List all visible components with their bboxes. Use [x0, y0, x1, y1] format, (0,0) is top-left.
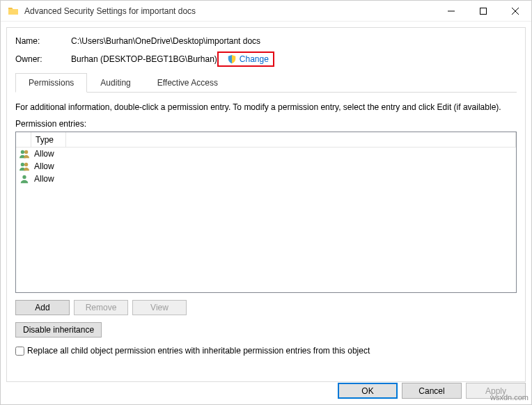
window-title: Advanced Security Settings for important… — [24, 6, 435, 16]
owner-label: Owner: — [15, 54, 71, 64]
svg-rect-0 — [480, 8, 487, 14]
row-type: Allow — [31, 161, 66, 171]
owner-row: Owner: Burhan (DESKTOP-BEGT1BG\Burhan) C… — [15, 51, 517, 67]
change-owner-link[interactable]: Change — [227, 54, 269, 64]
owner-value: Burhan (DESKTOP-BEGT1BG\Burhan) — [71, 54, 217, 64]
permission-grid[interactable]: Type AllowAllowAllow — [15, 132, 517, 293]
view-button[interactable]: View — [132, 300, 187, 315]
svg-point-1 — [21, 150, 24, 154]
replace-checkbox[interactable] — [15, 347, 24, 356]
folder-icon — [8, 6, 19, 17]
col-rest-header[interactable] — [66, 132, 516, 148]
disable-inheritance-button[interactable]: Disable inheritance — [15, 322, 102, 338]
table-row[interactable]: Allow — [16, 173, 516, 185]
add-button[interactable]: Add — [15, 300, 70, 315]
change-link-label: Change — [240, 54, 269, 64]
table-row[interactable]: Allow — [16, 148, 516, 160]
name-value: C:\Users\Burhan\OneDrive\Desktop\importa… — [71, 36, 260, 46]
replace-checkbox-label[interactable]: Replace all child object permission entr… — [27, 346, 370, 356]
permission-entries-label: Permission entries: — [15, 119, 517, 129]
permission-buttons: Add Remove View — [15, 300, 517, 315]
svg-point-2 — [24, 150, 28, 154]
remove-button[interactable]: Remove — [74, 300, 128, 315]
principal-icon — [17, 149, 31, 159]
tab-effective-access[interactable]: Effective Access — [144, 73, 231, 93]
principal-icon — [17, 174, 31, 184]
window-controls — [435, 1, 531, 22]
shield-icon — [227, 54, 237, 64]
name-label: Name: — [15, 36, 71, 46]
close-button[interactable] — [499, 1, 531, 22]
svg-point-3 — [21, 163, 24, 166]
name-row: Name: C:\Users\Burhan\OneDrive\Desktop\i… — [15, 36, 517, 46]
grid-header: Type — [16, 132, 516, 148]
minimize-button[interactable] — [435, 1, 467, 22]
row-type: Allow — [31, 174, 66, 184]
table-row[interactable]: Allow — [16, 160, 516, 173]
titlebar: Advanced Security Settings for important… — [1, 1, 531, 22]
tabs: Permissions Auditing Effective Access — [15, 72, 517, 93]
row-type: Allow — [31, 149, 66, 159]
tab-auditing[interactable]: Auditing — [87, 73, 143, 93]
cancel-button[interactable]: Cancel — [402, 383, 462, 399]
replace-checkbox-row: Replace all child object permission entr… — [15, 346, 517, 356]
col-type-header[interactable]: Type — [31, 132, 66, 148]
maximize-button[interactable] — [467, 1, 499, 22]
grid-body: AllowAllowAllow — [16, 148, 516, 292]
ok-button[interactable]: OK — [338, 383, 398, 399]
svg-point-4 — [24, 163, 28, 166]
change-highlight: Change — [217, 51, 274, 67]
info-text: For additional information, double-click… — [15, 102, 517, 112]
watermark: wsxdn.com — [490, 393, 529, 402]
tab-permissions[interactable]: Permissions — [15, 73, 87, 93]
principal-icon — [17, 161, 31, 171]
content-panel: Name: C:\Users\Burhan\OneDrive\Desktop\i… — [6, 27, 526, 382]
svg-point-5 — [22, 175, 26, 179]
